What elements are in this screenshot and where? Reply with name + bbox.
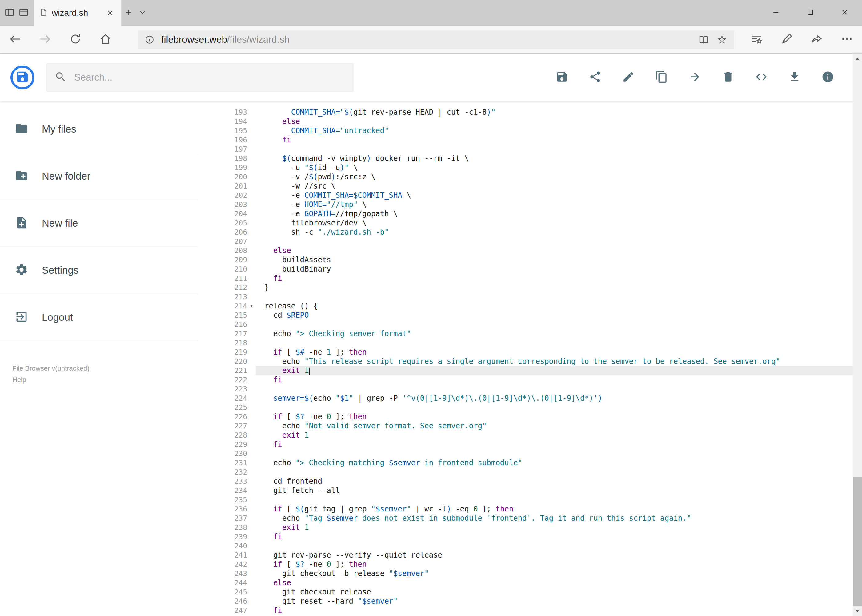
sidebar-item-settings[interactable]: Settings — [0, 247, 199, 294]
forward-button[interactable] — [30, 26, 60, 53]
tab-list-chevron-button[interactable] — [136, 0, 150, 26]
scrollbar-down-arrow[interactable] — [853, 605, 862, 616]
code-line[interactable]: 216 — [199, 320, 862, 329]
code-line[interactable]: 202 -e COMMIT_SHA=$COMMIT_SHA \ — [199, 191, 862, 200]
code-line[interactable]: 210 buildBinary — [199, 264, 862, 274]
code-line[interactable]: 196 fi — [199, 135, 862, 145]
code-line[interactable]: 221 exit 1 — [199, 366, 862, 375]
code-line[interactable]: 228 exit 1 — [199, 431, 862, 440]
tab-preview-button[interactable] — [17, 0, 31, 26]
hub-button[interactable] — [741, 26, 772, 53]
download-button[interactable] — [788, 71, 802, 85]
code-line[interactable]: 201 -w //src \ — [199, 181, 862, 191]
code-line[interactable]: 222 fi — [199, 375, 862, 384]
code-line[interactable]: 206 sh -c "./wizard.sh -b" — [199, 228, 862, 237]
copy-button[interactable] — [655, 71, 669, 85]
info-button[interactable] — [821, 71, 835, 85]
code-line[interactable]: 200 -v /$(pwd):/src:z \ — [199, 172, 862, 181]
rename-button[interactable] — [621, 71, 635, 85]
sidebar-item-new-file[interactable]: New file — [0, 200, 199, 247]
code-line[interactable]: 244 else — [199, 578, 862, 588]
scrollbar-thumb[interactable] — [853, 477, 862, 607]
code-line[interactable]: 234 git fetch --all — [199, 486, 862, 495]
back-button[interactable] — [0, 26, 30, 53]
code-line[interactable]: 241 git rev-parse --verify --quiet relea… — [199, 550, 862, 560]
code-line[interactable]: 220 echo "This release script requires a… — [199, 357, 862, 366]
code-line[interactable]: 232 — [199, 467, 862, 477]
code-line[interactable]: 194 else — [199, 117, 862, 126]
vertical-scrollbar[interactable] — [853, 53, 862, 616]
code-line[interactable]: 214▾release () { — [199, 302, 862, 311]
favorite-star-icon[interactable] — [717, 35, 727, 45]
code-line[interactable]: 238 exit 1 — [199, 523, 862, 532]
code-line[interactable]: 235 — [199, 495, 862, 504]
code-line[interactable]: 229 fi — [199, 440, 862, 449]
tab-close-icon[interactable] — [105, 7, 116, 19]
code-line[interactable]: 233 cd frontend — [199, 477, 862, 486]
code-line[interactable]: 217 echo "> Checking semver format" — [199, 329, 862, 338]
code-line[interactable]: 245 git checkout release — [199, 588, 862, 597]
code-line[interactable]: 193 COMMIT_SHA="$(git rev-parse HEAD | c… — [199, 108, 862, 117]
code-line[interactable]: 223 — [199, 384, 862, 394]
move-button[interactable] — [688, 71, 702, 85]
code-line[interactable]: 203 -e HOME="//tmp" \ — [199, 200, 862, 209]
more-button[interactable] — [832, 26, 862, 53]
code-line[interactable]: 208 else — [199, 246, 862, 255]
code-line[interactable]: 204 -e GOPATH=//tmp/gopath \ — [199, 209, 862, 218]
code-line[interactable]: 215 cd $REPO — [199, 311, 862, 320]
code-line[interactable]: 199 -u "$(id -u)" \ — [199, 163, 862, 172]
maximize-button[interactable] — [793, 0, 827, 26]
code-line[interactable]: 246 git reset --hard "$semver" — [199, 597, 862, 606]
code-line[interactable]: 230 — [199, 449, 862, 458]
close-button[interactable] — [827, 0, 862, 26]
site-info-icon[interactable] — [145, 35, 154, 45]
tabs-set-aside-button[interactable] — [2, 0, 17, 26]
code-line[interactable]: 197 — [199, 145, 862, 154]
search-input[interactable] — [74, 72, 346, 83]
share-button[interactable] — [802, 26, 832, 53]
code-line[interactable]: 242 if [ $? -ne 0 ]; then — [199, 560, 862, 569]
code-line[interactable]: 226 if [ $? -ne 0 ]; then — [199, 412, 862, 421]
code-line[interactable]: 236 if [ $(git tag | grep "$semver" | wc… — [199, 504, 862, 514]
fold-arrow-icon[interactable]: ▾ — [247, 302, 256, 311]
code-line[interactable]: 218 — [199, 338, 862, 347]
code-line[interactable]: 227 echo "Not valid semver format. See s… — [199, 421, 862, 431]
code-line[interactable]: 212} — [199, 283, 862, 292]
code-editor[interactable]: 193 COMMIT_SHA="$(git rev-parse HEAD | c… — [199, 102, 862, 616]
save-button[interactable] — [555, 71, 569, 85]
code-line[interactable]: 237 echo "Tag $semver does not exist in … — [199, 514, 862, 523]
code-line[interactable]: 205 filebrowser/dev \ — [199, 218, 862, 228]
reading-view-icon[interactable] — [698, 35, 709, 45]
code-line[interactable]: 219 if [ $# -ne 1 ]; then — [199, 347, 862, 357]
code-line[interactable]: 247 fi — [199, 606, 862, 615]
minimize-button[interactable] — [759, 0, 793, 26]
browser-tab[interactable]: wizard.sh — [34, 0, 121, 26]
help-link[interactable]: Help — [12, 374, 199, 385]
delete-button[interactable] — [721, 71, 735, 85]
code-line[interactable]: 211 fi — [199, 274, 862, 283]
code-line[interactable]: 239 fi — [199, 532, 862, 541]
code-line[interactable]: 231 echo "> Checking matching $semver in… — [199, 458, 862, 467]
scrollbar-up-arrow[interactable] — [853, 53, 862, 64]
code-line[interactable]: 195 COMMIT_SHA="untracked" — [199, 126, 862, 135]
share-file-button[interactable] — [588, 71, 602, 85]
code-line[interactable]: 224 semver=$(echo "$1" | grep -P '^v(0|[… — [199, 394, 862, 403]
web-note-button[interactable] — [772, 26, 802, 53]
code-line[interactable]: 240 — [199, 541, 862, 550]
code-line[interactable]: 213 — [199, 292, 862, 302]
refresh-button[interactable] — [60, 26, 90, 53]
code-line[interactable]: 207 — [199, 237, 862, 246]
raw-view-button[interactable] — [754, 71, 769, 85]
home-button[interactable] — [90, 26, 121, 53]
code-line[interactable]: 225 — [199, 403, 862, 412]
search-box[interactable] — [46, 63, 354, 92]
sidebar-item-logout[interactable]: Logout — [0, 294, 199, 341]
code-line[interactable]: 209 buildAssets — [199, 255, 862, 264]
new-tab-button[interactable] — [121, 0, 136, 26]
address-bar[interactable]: filebrowser.web/files/wizard.sh — [138, 30, 734, 49]
sidebar-item-my-files[interactable]: My files — [0, 106, 199, 153]
code-line[interactable]: 243 git checkout -b release "$semver" — [199, 569, 862, 578]
sidebar-item-new-folder[interactable]: New folder — [0, 153, 199, 200]
app-logo[interactable] — [11, 66, 35, 90]
code-line[interactable]: 198 $(command -v winpty) docker run --rm… — [199, 154, 862, 163]
